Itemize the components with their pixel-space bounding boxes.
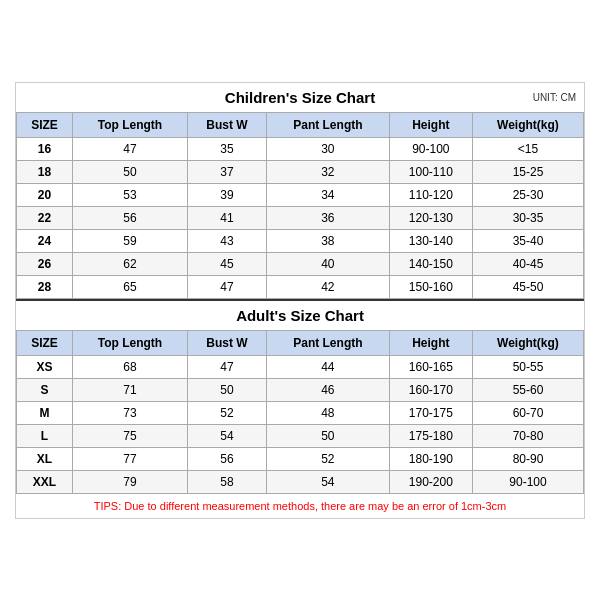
adults-table-body: XS684744160-16550-55S715046160-17055-60M… — [17, 355, 584, 493]
table-cell: 46 — [266, 378, 389, 401]
table-cell: 54 — [188, 424, 267, 447]
table-cell: 52 — [188, 401, 267, 424]
adult-col-header-size: SIZE — [17, 330, 73, 355]
table-row: 28654742150-16045-50 — [17, 275, 584, 298]
table-cell: 140-150 — [389, 252, 472, 275]
table-cell: 175-180 — [389, 424, 472, 447]
table-cell: 37 — [188, 160, 267, 183]
table-cell: 50 — [188, 378, 267, 401]
table-cell: 24 — [17, 229, 73, 252]
table-cell: 15-25 — [472, 160, 583, 183]
table-cell: 35-40 — [472, 229, 583, 252]
table-row: XXL795854190-20090-100 — [17, 470, 584, 493]
col-header-size: SIZE — [17, 112, 73, 137]
table-cell: 56 — [72, 206, 187, 229]
table-cell: 32 — [266, 160, 389, 183]
children-section-title: Children's Size Chart UNIT: CM — [16, 83, 584, 112]
table-cell: 160-170 — [389, 378, 472, 401]
table-row: 20533934110-12025-30 — [17, 183, 584, 206]
table-cell: 79 — [72, 470, 187, 493]
col-header-bust-w: Bust W — [188, 112, 267, 137]
table-row: 1647353090-100<15 — [17, 137, 584, 160]
table-cell: 42 — [266, 275, 389, 298]
table-cell: 35 — [188, 137, 267, 160]
table-cell: 75 — [72, 424, 187, 447]
col-header-pant-length: Pant Length — [266, 112, 389, 137]
table-row: L755450175-18070-80 — [17, 424, 584, 447]
col-header-top-length: Top Length — [72, 112, 187, 137]
table-cell: XL — [17, 447, 73, 470]
table-cell: 73 — [72, 401, 187, 424]
adult-col-header-bust-w: Bust W — [188, 330, 267, 355]
table-cell: 62 — [72, 252, 187, 275]
table-cell: 180-190 — [389, 447, 472, 470]
table-cell: 34 — [266, 183, 389, 206]
table-cell: 45 — [188, 252, 267, 275]
table-cell: XS — [17, 355, 73, 378]
adult-col-header-top-length: Top Length — [72, 330, 187, 355]
table-cell: 28 — [17, 275, 73, 298]
table-cell: <15 — [472, 137, 583, 160]
table-cell: 70-80 — [472, 424, 583, 447]
table-cell: 22 — [17, 206, 73, 229]
table-cell: L — [17, 424, 73, 447]
table-cell: 130-140 — [389, 229, 472, 252]
table-cell: 16 — [17, 137, 73, 160]
table-cell: 30-35 — [472, 206, 583, 229]
table-cell: 77 — [72, 447, 187, 470]
table-cell: 40 — [266, 252, 389, 275]
children-header-row: SIZE Top Length Bust W Pant Length Heigh… — [17, 112, 584, 137]
table-cell: 30 — [266, 137, 389, 160]
adults-title-text: Adult's Size Chart — [236, 307, 364, 324]
table-cell: 47 — [188, 355, 267, 378]
tips-text: TIPS: Due to different measurement metho… — [16, 494, 584, 518]
adults-section-title: Adult's Size Chart — [16, 299, 584, 330]
table-cell: 50-55 — [472, 355, 583, 378]
table-cell: 44 — [266, 355, 389, 378]
table-cell: 190-200 — [389, 470, 472, 493]
table-cell: 56 — [188, 447, 267, 470]
table-cell: 41 — [188, 206, 267, 229]
table-cell: M — [17, 401, 73, 424]
table-cell: 50 — [266, 424, 389, 447]
table-cell: 26 — [17, 252, 73, 275]
col-header-weight: Weight(kg) — [472, 112, 583, 137]
table-cell: 43 — [188, 229, 267, 252]
table-cell: 53 — [72, 183, 187, 206]
table-cell: 90-100 — [389, 137, 472, 160]
table-row: 22564136120-13030-35 — [17, 206, 584, 229]
adult-col-header-weight: Weight(kg) — [472, 330, 583, 355]
table-cell: 68 — [72, 355, 187, 378]
table-row: XL775652180-19080-90 — [17, 447, 584, 470]
table-cell: S — [17, 378, 73, 401]
table-row: S715046160-17055-60 — [17, 378, 584, 401]
table-cell: 160-165 — [389, 355, 472, 378]
table-row: XS684744160-16550-55 — [17, 355, 584, 378]
unit-label: UNIT: CM — [533, 92, 576, 103]
adult-col-header-pant-length: Pant Length — [266, 330, 389, 355]
table-cell: 80-90 — [472, 447, 583, 470]
table-row: M735248170-17560-70 — [17, 401, 584, 424]
table-cell: 52 — [266, 447, 389, 470]
tips-content: TIPS: Due to different measurement metho… — [94, 500, 506, 512]
table-row: 18503732100-11015-25 — [17, 160, 584, 183]
adults-header-row: SIZE Top Length Bust W Pant Length Heigh… — [17, 330, 584, 355]
table-cell: 47 — [72, 137, 187, 160]
adults-size-table: SIZE Top Length Bust W Pant Length Heigh… — [16, 330, 584, 494]
table-cell: 54 — [266, 470, 389, 493]
table-cell: 90-100 — [472, 470, 583, 493]
table-cell: 71 — [72, 378, 187, 401]
table-cell: 50 — [72, 160, 187, 183]
children-table-body: 1647353090-100<1518503732100-11015-25205… — [17, 137, 584, 298]
table-cell: 55-60 — [472, 378, 583, 401]
table-cell: 45-50 — [472, 275, 583, 298]
table-cell: 39 — [188, 183, 267, 206]
col-header-height: Height — [389, 112, 472, 137]
table-cell: 40-45 — [472, 252, 583, 275]
children-title-text: Children's Size Chart — [225, 89, 375, 106]
table-cell: 20 — [17, 183, 73, 206]
table-cell: 38 — [266, 229, 389, 252]
table-cell: 47 — [188, 275, 267, 298]
table-cell: 100-110 — [389, 160, 472, 183]
table-cell: 18 — [17, 160, 73, 183]
